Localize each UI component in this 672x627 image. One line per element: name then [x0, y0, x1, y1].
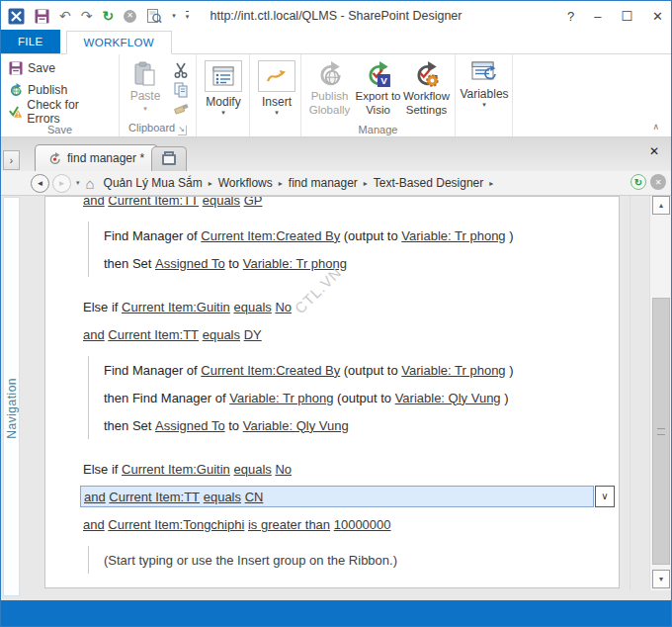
navigation-pane-collapsed[interactable]: Navigation	[3, 197, 20, 596]
workflow-line[interactable]: and Current Item:TT equals DY	[45, 320, 619, 348]
breadcrumb-item[interactable]: Workflows	[218, 176, 273, 190]
workflow-line[interactable]: then Find Manager of Variable: Tr phong …	[104, 384, 619, 411]
check-for-errors-button[interactable]: Check for Errors	[5, 101, 115, 123]
home-icon[interactable]: ⌂	[86, 175, 95, 192]
workflow-link[interactable]: Current Item:TT	[108, 327, 199, 342]
workflow-line[interactable]: and Current Item:TT equals GP	[45, 196, 619, 214]
scroll-up-icon[interactable]: ▴	[652, 196, 670, 215]
vertical-scrollbar[interactable]: ▴ ▾	[649, 196, 671, 590]
stop-icon[interactable]: ✕	[124, 10, 136, 23]
clipboard-dialog-launcher-icon[interactable]: ↘	[178, 126, 187, 135]
history-dropdown-icon[interactable]: ▾	[76, 179, 80, 187]
workflow-line[interactable]: (Start typing or use the Insert group on…	[104, 546, 619, 574]
close-page-icon[interactable]: ✕	[649, 144, 659, 158]
workflow-link[interactable]: and	[83, 517, 105, 532]
redo-icon[interactable]: ↷	[81, 9, 93, 23]
minimize-button[interactable]: –	[594, 9, 601, 24]
workflow-line[interactable]: Find Manager of Current Item:Created By …	[104, 356, 619, 384]
workflow-settings-button[interactable]: Workflow Settings	[402, 57, 451, 118]
workflow-link[interactable]: equals	[204, 490, 241, 504]
workflow-link[interactable]: is greater than	[248, 517, 330, 532]
customize-qat-icon[interactable]: ▾	[186, 11, 190, 21]
workflow-link[interactable]: equals	[233, 300, 271, 314]
preview-icon[interactable]	[146, 9, 162, 24]
scrollbar-thumb[interactable]	[652, 298, 670, 565]
workflow-link[interactable]: equals	[233, 462, 271, 477]
workflow-branch-block: Else if Current Item:Guitin equals Noand…	[45, 293, 619, 348]
modify-button-label: Modify	[206, 95, 240, 109]
new-page-tab[interactable]	[151, 146, 187, 171]
workflow-link[interactable]: Assigned To	[155, 418, 225, 433]
condition-dropdown-button[interactable]: ∨	[595, 486, 615, 507]
tab-file[interactable]: FILE	[1, 30, 60, 53]
breadcrumb-item[interactable]: find manager	[289, 176, 358, 190]
insert-button[interactable]: Insert ▾	[254, 57, 299, 117]
workflow-link[interactable]: Variable: Tr phong	[401, 363, 505, 378]
save-button[interactable]: Save	[5, 57, 115, 79]
paste-icon	[132, 61, 158, 87]
workflow-line[interactable]: then Set Assigned To to Variable: Tr pho…	[104, 249, 619, 277]
publish-globally-button[interactable]: Publish Globally	[305, 57, 354, 118]
workflow-link[interactable]: Current Item:Guitin	[122, 300, 230, 314]
cut-icon[interactable]	[173, 62, 189, 78]
workflow-link[interactable]: 10000000	[334, 517, 391, 532]
forward-button[interactable]: ►	[52, 174, 71, 193]
close-button[interactable]: ✕	[652, 9, 663, 24]
workflow-link[interactable]: Variable: Qly Vung	[395, 391, 501, 405]
help-button[interactable]: ?	[567, 9, 574, 24]
document-tab-find-manager[interactable]: find manager *	[35, 144, 158, 171]
modify-button[interactable]: Modify ▾	[201, 57, 246, 117]
workflow-link[interactable]: and	[84, 490, 106, 504]
workflow-link[interactable]: Current Item:TT	[108, 196, 199, 208]
save-icon[interactable]	[35, 9, 49, 24]
copy-icon[interactable]	[174, 82, 189, 98]
workflow-link[interactable]: and	[83, 327, 105, 342]
sharepoint-designer-window: ↶ ↷ ↻ ✕ ▾ ▾ http://int.ctl.local/QLMS - …	[0, 0, 672, 627]
breadcrumb-item[interactable]: Text-Based Designer	[374, 176, 483, 190]
workflow-link[interactable]: and	[83, 196, 105, 208]
workflow-line[interactable]: Else if Current Item:Guitin equals No	[45, 455, 619, 483]
collapse-ribbon-icon[interactable]: ∧	[652, 122, 659, 132]
workflow-link[interactable]: No	[275, 462, 292, 477]
workflow-text: Find Manager of	[104, 363, 201, 378]
undo-icon[interactable]: ↶	[59, 9, 71, 23]
close-page-circle-icon[interactable]: ✕	[650, 174, 666, 190]
workflow-link[interactable]: equals	[203, 196, 240, 208]
workflow-link[interactable]: Assigned To	[155, 256, 225, 271]
workflow-link[interactable]: Current Item:Tongchiphi	[108, 517, 244, 532]
workflow-editor[interactable]: and Current Item:TT equals GPFind Manage…	[44, 196, 620, 588]
maximize-button[interactable]: ☐	[621, 9, 632, 24]
workflow-line[interactable]: Else if Current Item:Guitin equals No	[45, 293, 619, 320]
back-button[interactable]: ◄	[31, 174, 49, 193]
breadcrumb-item[interactable]: Quản Lý Mua Sắm	[104, 176, 203, 190]
workflow-text: then Set	[104, 418, 155, 433]
workflow-link[interactable]: CN	[245, 490, 264, 504]
workflow-link[interactable]: No	[275, 300, 292, 314]
workflow-link[interactable]: GP	[244, 196, 263, 208]
workflow-line[interactable]: and Current Item:TT equals CN∨	[45, 483, 619, 510]
variables-button[interactable]: Variables ▾	[460, 57, 509, 109]
workflow-link[interactable]: equals	[203, 327, 240, 342]
workflow-line[interactable]: and Current Item:Tongchiphi is greater t…	[45, 510, 619, 538]
tab-workflow[interactable]: WORKFLOW	[66, 31, 172, 54]
workflow-line[interactable]: Find Manager of Current Item:Created By …	[104, 222, 619, 249]
refresh-page-icon[interactable]: ↻	[630, 174, 646, 190]
workflow-line[interactable]: then Set Assigned To to Variable: Qly Vu…	[104, 411, 619, 439]
workflow-link[interactable]: Variable: Qly Vung	[243, 418, 349, 433]
workflow-lines: and Current Item:TT equals GPFind Manage…	[45, 196, 619, 574]
workflow-link[interactable]: Variable: Tr phong	[229, 391, 333, 405]
workflow-link[interactable]: Variable: Tr phong	[401, 228, 505, 243]
format-painter-icon[interactable]	[174, 102, 189, 116]
refresh-icon[interactable]: ↻	[102, 9, 114, 23]
app-icon[interactable]	[8, 8, 25, 25]
workflow-link[interactable]: Current Item:Guitin	[122, 462, 230, 477]
export-to-visio-button[interactable]: V Export to Visio	[354, 57, 402, 118]
workflow-link[interactable]: Current Item:TT	[109, 490, 200, 504]
preview-dropdown-icon[interactable]: ▾	[172, 12, 176, 20]
expand-navigation-button[interactable]: ›	[3, 150, 20, 170]
workflow-link[interactable]: Current Item:Created By	[201, 228, 340, 243]
workflow-link[interactable]: Current Item:Created By	[201, 363, 340, 378]
paste-button[interactable]: Paste ▾	[124, 57, 167, 116]
scroll-down-icon[interactable]: ▾	[652, 570, 670, 588]
workflow-link[interactable]: DY	[244, 327, 262, 342]
